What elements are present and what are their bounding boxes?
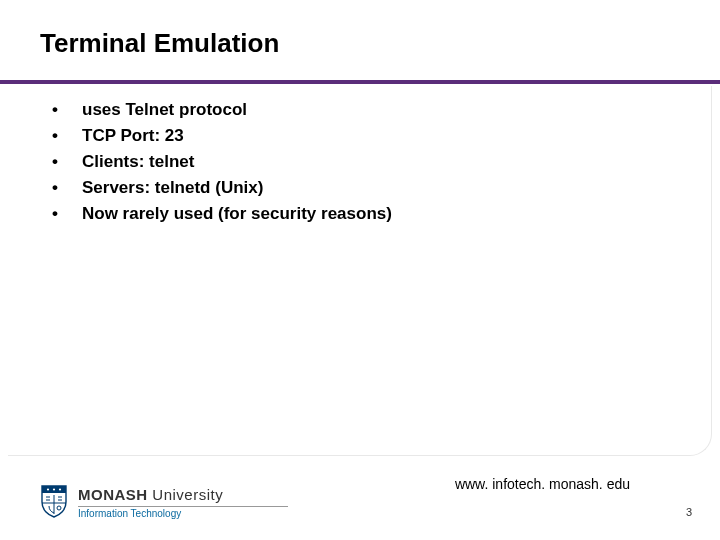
slide-title: Terminal Emulation <box>40 28 279 59</box>
shield-icon <box>40 484 68 522</box>
logo: MONASH University Information Technology <box>40 484 288 522</box>
logo-divider <box>78 506 288 507</box>
logo-subtext: Information Technology <box>78 509 288 520</box>
bullet-icon: • <box>48 152 82 172</box>
logo-wordmark: MONASH University <box>78 487 288 503</box>
title-divider <box>0 80 720 84</box>
content-area: • uses Telnet protocol • TCP Port: 23 • … <box>48 100 672 230</box>
footer-url: www. infotech. monash. edu <box>455 476 630 492</box>
bullet-text: Clients: telnet <box>82 152 672 172</box>
logo-wordmark-light: University <box>148 486 224 503</box>
list-item: • uses Telnet protocol <box>48 100 672 120</box>
logo-text: MONASH University Information Technology <box>78 487 288 519</box>
slide: Terminal Emulation • uses Telnet protoco… <box>0 0 720 540</box>
logo-wordmark-bold: MONASH <box>78 486 148 503</box>
bullet-icon: • <box>48 100 82 120</box>
list-item: • TCP Port: 23 <box>48 126 672 146</box>
list-item: • Servers: telnetd (Unix) <box>48 178 672 198</box>
bullet-text: TCP Port: 23 <box>82 126 672 146</box>
bullet-text: Servers: telnetd (Unix) <box>82 178 672 198</box>
bullet-icon: • <box>48 178 82 198</box>
bullet-list: • uses Telnet protocol • TCP Port: 23 • … <box>48 100 672 224</box>
list-item: • Now rarely used (for security reasons) <box>48 204 672 224</box>
svg-point-0 <box>47 488 49 490</box>
svg-point-2 <box>59 488 61 490</box>
svg-point-1 <box>53 488 55 490</box>
bullet-text: Now rarely used (for security reasons) <box>82 204 672 224</box>
bullet-icon: • <box>48 126 82 146</box>
bullet-icon: • <box>48 204 82 224</box>
list-item: • Clients: telnet <box>48 152 672 172</box>
page-number: 3 <box>686 506 692 518</box>
bullet-text: uses Telnet protocol <box>82 100 672 120</box>
